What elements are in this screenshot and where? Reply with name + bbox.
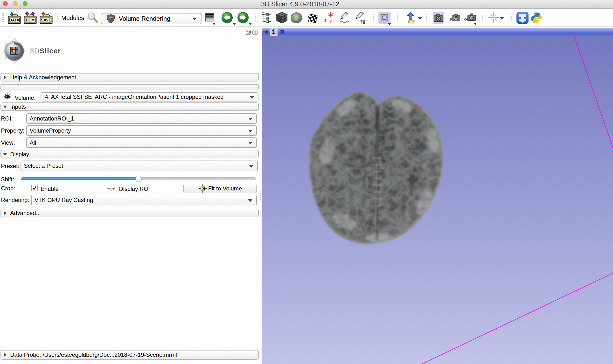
property-combo-value: VolumeProperty bbox=[30, 126, 71, 135]
shift-slider-fill bbox=[21, 177, 138, 180]
model-sphere-icon bbox=[290, 12, 302, 24]
slicer-logo-image bbox=[2, 36, 26, 66]
shift-slider[interactable] bbox=[21, 177, 256, 180]
pin-icon-image bbox=[263, 29, 268, 34]
collapsed-arrow-icon bbox=[4, 76, 7, 79]
volume-combo-value: 4: AX fetal SSFSE ARC - imageOrientation… bbox=[45, 93, 223, 101]
python-icon bbox=[530, 12, 542, 24]
help-acknowledgement-section[interactable]: Help & Acknowledgement bbox=[0, 73, 259, 81]
crosshair-button[interactable] bbox=[488, 12, 499, 24]
toolbar-separator bbox=[255, 14, 256, 22]
toolbar-separator bbox=[57, 14, 58, 22]
sceneview-capture-button[interactable] bbox=[449, 12, 461, 24]
crop-enable-label: Enable bbox=[41, 186, 59, 192]
undock-icon bbox=[246, 30, 251, 35]
slicer-logo bbox=[2, 36, 26, 66]
layout-selector-button[interactable] bbox=[378, 12, 391, 25]
scene-canvas bbox=[262, 36, 613, 364]
models-module-button[interactable] bbox=[290, 12, 302, 25]
history-back-button[interactable] bbox=[221, 12, 233, 25]
display-section-label: Display bbox=[10, 150, 29, 158]
sceneview-camera-icon bbox=[449, 12, 461, 23]
view-combo-value: All bbox=[30, 138, 36, 147]
dicom-folder-icon: DCM bbox=[23, 11, 37, 25]
property-combo[interactable]: VolumeProperty bbox=[26, 125, 257, 136]
capture-screenshot-button[interactable] bbox=[433, 12, 445, 25]
extensions-manager-button[interactable] bbox=[517, 12, 529, 25]
annotations-color-button[interactable] bbox=[355, 12, 367, 25]
shift-slider-handle[interactable] bbox=[136, 176, 142, 182]
view-label: View: bbox=[1, 139, 15, 146]
module-finder-button[interactable] bbox=[261, 12, 272, 25]
dicom-button[interactable]: DCM bbox=[23, 11, 37, 26]
pin-icon[interactable] bbox=[263, 29, 268, 35]
panel-close-button[interactable] bbox=[252, 30, 258, 35]
advanced-section-label: Advanced... bbox=[10, 209, 41, 217]
volume-label: Volume: bbox=[15, 94, 36, 101]
modules-selector-combo[interactable]: Volume Rendering bbox=[101, 13, 202, 24]
view-header-bar[interactable]: 1 bbox=[262, 28, 613, 36]
preset-combo[interactable]: Select a Preset bbox=[21, 161, 258, 171]
roi-combo-value: AnnotationROI_1 bbox=[30, 114, 74, 123]
load-data-button[interactable]: DATA bbox=[7, 11, 21, 26]
annotations-module-button[interactable] bbox=[339, 12, 350, 25]
shift-label: Shift: bbox=[1, 176, 14, 183]
display-section[interactable]: Display bbox=[0, 150, 259, 158]
search-icon bbox=[86, 12, 98, 24]
volume-module-button[interactable] bbox=[276, 12, 288, 25]
chevron-down-icon bbox=[212, 23, 216, 25]
collapsed-arrow-icon bbox=[4, 353, 7, 357]
fit-to-volume-label: Fit to Volume bbox=[208, 185, 242, 192]
view-combo[interactable]: All bbox=[26, 137, 257, 148]
toolbar-separator bbox=[511, 14, 512, 22]
display-roi-button[interactable] bbox=[107, 184, 116, 193]
chevron-down-icon[interactable] bbox=[418, 17, 422, 20]
threeD-viewport[interactable]: 1 bbox=[262, 27, 613, 364]
volume-combo[interactable]: 4: AX fetal SSFSE ARC - imageOrientation… bbox=[41, 92, 259, 102]
panel-splitter-handle[interactable] bbox=[260, 190, 261, 201]
roi-visibility-eye-icon bbox=[107, 184, 116, 192]
view-badge: 1 bbox=[270, 28, 278, 36]
reference-orientation-button[interactable] bbox=[406, 12, 417, 25]
data-probe-label: Data Probe: /Users/esteegoldberg/Doc...2… bbox=[10, 351, 177, 359]
inputs-section[interactable]: Inputs bbox=[0, 103, 259, 111]
crop-enable-checkbox[interactable] bbox=[31, 185, 38, 191]
history-forward-button[interactable] bbox=[237, 12, 249, 25]
annotation-color-pencil-icon bbox=[355, 12, 367, 24]
threeD-scene[interactable] bbox=[262, 36, 613, 364]
svg-text:DATA: DATA bbox=[9, 18, 20, 22]
panel-undock-button[interactable] bbox=[246, 30, 251, 35]
rendering-combo-value: VTK GPU Ray Casting bbox=[35, 195, 93, 205]
transform-grid-icon bbox=[307, 12, 319, 24]
empty-collapsible-bar bbox=[0, 84, 259, 91]
chevron-down-icon bbox=[474, 23, 477, 25]
layout-icon bbox=[378, 12, 391, 24]
fit-to-volume-button[interactable]: Fit to Volume bbox=[183, 184, 257, 193]
slicer-logo-text: 3DSlicer bbox=[30, 47, 61, 55]
toolbar-drag-handle[interactable] bbox=[2, 13, 4, 23]
advanced-section[interactable]: Advanced... bbox=[0, 209, 259, 217]
module-search-button[interactable] bbox=[86, 12, 98, 25]
close-icon bbox=[252, 30, 258, 35]
rendering-combo[interactable]: VTK GPU Ray Casting bbox=[31, 195, 257, 205]
view-crosshair-icon[interactable] bbox=[279, 29, 285, 36]
help-section-label: Help & Acknowledgement bbox=[10, 74, 76, 81]
crosshair-icon bbox=[488, 12, 499, 23]
sceneview-restore-button[interactable] bbox=[464, 12, 477, 24]
transforms-module-button[interactable] bbox=[307, 12, 319, 25]
module-tree-icon bbox=[261, 12, 272, 24]
python-console-button[interactable] bbox=[530, 12, 542, 25]
save-button[interactable]: SAVE bbox=[39, 11, 53, 26]
orientation-arrow-icon bbox=[406, 12, 417, 24]
data-probe-section[interactable]: Data Probe: /Users/esteegoldberg/Doc...2… bbox=[0, 350, 259, 360]
markups-module-button[interactable] bbox=[323, 12, 335, 25]
roi-combo[interactable]: AnnotationROI_1 bbox=[26, 113, 257, 124]
preset-combo-value: Select a Preset bbox=[24, 161, 63, 171]
chevron-down-icon[interactable] bbox=[500, 17, 504, 20]
logo-text-slicer: Slicer bbox=[40, 47, 61, 55]
roi-wireframe-lines[interactable] bbox=[422, 36, 613, 364]
chevron-down-icon bbox=[250, 96, 254, 99]
volume-visibility-eye-icon[interactable] bbox=[4, 93, 11, 101]
module-history-button[interactable] bbox=[204, 12, 215, 24]
fit-to-volume-icon bbox=[198, 184, 207, 193]
